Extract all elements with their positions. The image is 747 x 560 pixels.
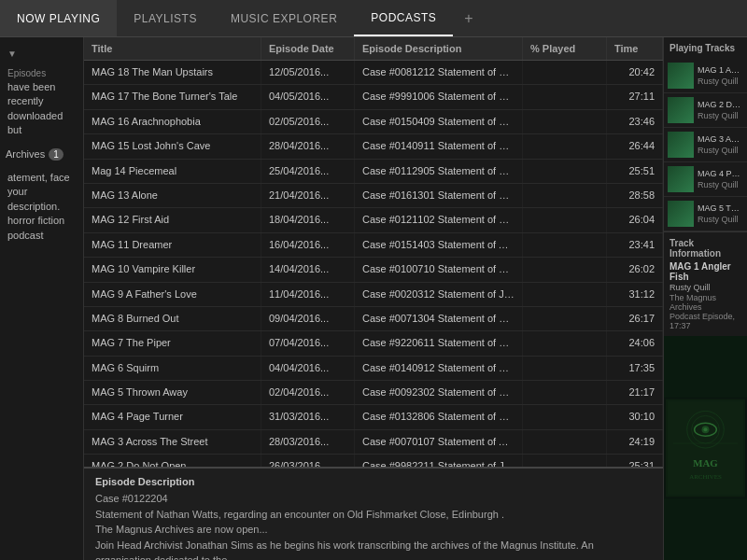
- row-time: 25:51: [607, 160, 663, 183]
- row-title: MAG 6 Squirm: [84, 357, 261, 380]
- row-time: 17:35: [607, 357, 663, 380]
- track-item[interactable]: MAG 4 Pas... Rusty Quill: [664, 162, 747, 197]
- row-desc: Case #0151403 Statement of Antonio Blake…: [355, 233, 523, 257]
- episodes-section: Episodes have been recently downloaded b…: [0, 63, 83, 144]
- col-time[interactable]: Time: [607, 37, 663, 60]
- row-played: [523, 381, 607, 404]
- nav-playlists[interactable]: PLAYLISTS: [117, 0, 214, 36]
- archives-item[interactable]: Archives 1: [0, 144, 83, 165]
- svg-text:MAG: MAG: [693, 457, 718, 469]
- archives-sub-text: atement, face your description.: [7, 171, 76, 214]
- track-name: MAG 1 Ang...: [698, 65, 743, 77]
- table-row[interactable]: MAG 17 The Bone Turner's Tale 04/05/2016…: [84, 85, 663, 109]
- row-desc: Case #9982211 Statement of Joshua Gilles…: [355, 455, 523, 467]
- row-played: [523, 160, 607, 183]
- episode-case-number: Case #0122204: [95, 491, 652, 507]
- table-row[interactable]: MAG 16 Arachnophobia 02/05/2016... Case …: [84, 110, 663, 134]
- table-row[interactable]: MAG 4 Page Turner 31/03/2016... Case #01…: [84, 405, 663, 429]
- nav-music-explorer[interactable]: MUSIC EXPLORER: [214, 0, 354, 36]
- track-item[interactable]: MAG 2 Do ... Rusty Quill: [664, 93, 747, 128]
- artwork-svg: MAG ARCHIVES: [664, 397, 747, 499]
- row-title: MAG 3 Across The Street: [84, 430, 261, 454]
- row-time: 26:17: [607, 307, 663, 330]
- svg-point-9: [704, 427, 708, 431]
- table-row[interactable]: MAG 12 First Aid 18/04/2016... Case #012…: [84, 208, 663, 232]
- track-item[interactable]: MAG 3 Acr... Rusty Quill: [664, 128, 747, 162]
- row-date: 14/04/2016...: [261, 258, 355, 281]
- right-panel: Playing Tracks MAG 1 Ang... Rusty Quill …: [663, 37, 747, 560]
- row-title: MAG 9 A Father's Love: [84, 283, 261, 306]
- archives-badge: 1: [49, 148, 63, 161]
- row-desc: Case #0150409 Statement of Carlos Vitter…: [355, 110, 523, 133]
- row-played: [523, 258, 607, 281]
- row-played: [523, 184, 607, 207]
- track-name: MAG 5 Thr...: [698, 203, 743, 215]
- row-time: 28:58: [607, 184, 663, 207]
- episode-desc-line3: The Magnus Archives are now open...: [95, 522, 652, 538]
- row-title: MAG 16 Arachnophobia: [84, 110, 261, 133]
- table-row[interactable]: MAG 13 Alone 21/04/2016... Case #0161301…: [84, 184, 663, 208]
- track-item[interactable]: MAG 5 Thr... Rusty Quill: [664, 197, 747, 231]
- nav-now-playing[interactable]: NOW PLAYING: [0, 0, 117, 36]
- nav-podcasts[interactable]: PODCASTS: [354, 0, 453, 36]
- row-played: [523, 61, 607, 84]
- col-title[interactable]: Title: [84, 37, 261, 60]
- table-row[interactable]: MAG 18 The Man Upstairs 12/05/2016... Ca…: [84, 61, 663, 85]
- table-row[interactable]: MAG 11 Dreamer 16/04/2016... Case #01514…: [84, 233, 663, 258]
- row-date: 02/04/2016...: [261, 381, 355, 404]
- center-panel: Title Episode Date Episode Description %…: [84, 37, 663, 560]
- table-row[interactable]: MAG 7 The Piper 07/04/2016... Case #9220…: [84, 331, 663, 356]
- row-date: 04/05/2016...: [261, 85, 355, 108]
- track-info-album: The Magnus Archives: [669, 293, 741, 312]
- col-date[interactable]: Episode Date: [261, 37, 355, 60]
- main-content: ▼ Episodes have been recently downloaded…: [0, 37, 747, 560]
- row-played: [523, 430, 607, 454]
- row-time: 26:02: [607, 258, 663, 281]
- track-artist: Rusty Quill: [698, 215, 743, 224]
- track-info: MAG 2 Do ... Rusty Quill: [698, 100, 743, 120]
- episodes-label: Episodes: [7, 68, 76, 78]
- row-played: [523, 134, 607, 158]
- table-row[interactable]: MAG 10 Vampire Killer 14/04/2016... Case…: [84, 258, 663, 282]
- row-title: MAG 10 Vampire Killer: [84, 258, 261, 281]
- track-info: MAG 1 Ang... Rusty Quill: [698, 65, 743, 86]
- row-played: [523, 283, 607, 306]
- track-thumbnail: [668, 132, 694, 158]
- row-desc: Case #0132806 Statement of Dominic Swain…: [355, 405, 523, 428]
- album-artwork: MAG ARCHIVES: [664, 336, 747, 560]
- table-row[interactable]: Mag 14 Piecemeal 25/04/2016... Case #011…: [84, 160, 663, 184]
- episode-description-panel: Episode Description Case #0122204 Statem…: [84, 467, 663, 560]
- table-row[interactable]: MAG 6 Squirm 04/04/2016... Case #0140912…: [84, 357, 663, 381]
- row-time: 24:06: [607, 331, 663, 355]
- track-name: MAG 4 Pas...: [698, 169, 743, 180]
- row-date: 09/04/2016...: [261, 307, 355, 330]
- nav-add-tab[interactable]: +: [453, 10, 484, 27]
- table-row[interactable]: MAG 2 Do Not Open 26/03/2016... Case #99…: [84, 455, 663, 467]
- table-row[interactable]: MAG 3 Across The Street 28/03/2016... Ca…: [84, 430, 663, 455]
- dropdown-toggle[interactable]: ▼: [0, 45, 83, 63]
- row-date: 04/04/2016...: [261, 357, 355, 380]
- track-item[interactable]: MAG 1 Ang... Rusty Quill: [664, 59, 747, 93]
- row-played: [523, 357, 607, 380]
- row-played: [523, 307, 607, 330]
- col-played[interactable]: % Played: [523, 37, 607, 60]
- row-played: [523, 405, 607, 428]
- table-row[interactable]: MAG 8 Burned Out 09/04/2016... Case #007…: [84, 307, 663, 331]
- row-played: [523, 85, 607, 108]
- row-title: MAG 5 Thrown Away: [84, 381, 261, 404]
- row-date: 26/03/2016...: [261, 455, 355, 467]
- row-time: 20:42: [607, 61, 663, 84]
- table-rows: MAG 18 The Man Upstairs 12/05/2016... Ca…: [84, 61, 663, 467]
- row-time: 24:19: [607, 430, 663, 454]
- track-thumbnail: [668, 97, 694, 123]
- episode-desc-line1: Statement of Nathan Watts, regarding an …: [95, 507, 652, 523]
- table-row[interactable]: MAG 9 A Father's Love 11/04/2016... Case…: [84, 283, 663, 307]
- col-desc[interactable]: Episode Description: [355, 37, 523, 60]
- row-time: 23:41: [607, 233, 663, 257]
- row-date: 02/05/2016...: [261, 110, 355, 133]
- playing-tracks-label: Playing Tracks: [664, 37, 747, 59]
- table-row[interactable]: MAG 15 Lost John's Cave 28/04/2016... Ca…: [84, 134, 663, 159]
- row-played: [523, 110, 607, 133]
- table-row[interactable]: MAG 5 Thrown Away 02/04/2016... Case #00…: [84, 381, 663, 405]
- row-desc: Case #0100710 Statement of Trevor Herber…: [355, 258, 523, 281]
